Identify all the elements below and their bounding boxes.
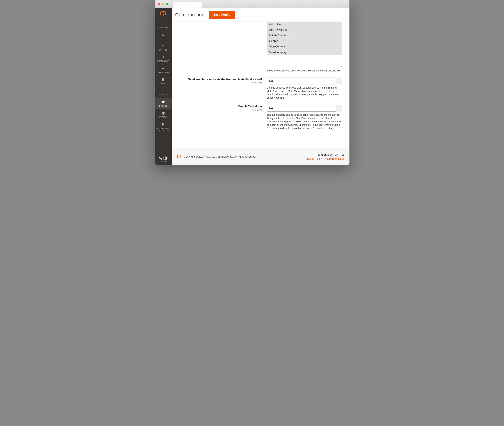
- page-header: Configuration Save Config: [172, 8, 350, 22]
- sidebar-item-marketing[interactable]: MARKETING: [155, 64, 172, 75]
- storefront-icon: [161, 100, 165, 104]
- sidebar-item-label: CATALOG: [159, 49, 167, 51]
- sidebar-item-stores[interactable]: STORES: [155, 98, 172, 109]
- event-option[interactable]: AddToCart: [267, 22, 342, 27]
- footer-copyright: Copyright © 2024 Magento Commerce Inc. A…: [184, 155, 256, 158]
- sidebar-item-label: CUSTOMERS: [157, 60, 169, 62]
- chevron-down-icon: [336, 105, 343, 112]
- sidebar-item-label: FIND PARTNERS & EXTENSIONS: [155, 127, 171, 131]
- send-via-pixel-help: Set this option to Yes if you want to se…: [267, 86, 343, 99]
- sidebar-brand-footer: welt PIXEL: [155, 154, 172, 165]
- box-icon: [161, 44, 165, 48]
- sidebar-item-label: SYSTEM: [159, 116, 167, 118]
- sidebar-item-system[interactable]: SYSTEM: [155, 109, 172, 120]
- event-option[interactable]: ViewContent: [267, 44, 342, 50]
- chevron-down-icon: [336, 78, 343, 85]
- person-icon: [161, 55, 165, 59]
- sidebar-item-label: STORES: [159, 105, 167, 107]
- weltpixel-logo-line2: PIXEL: [159, 161, 167, 162]
- footer-separator: |: [323, 157, 324, 160]
- send-via-pixel-label: Send enabled events via the frontend Met…: [176, 78, 265, 99]
- sidebar-item-dashboard[interactable]: DASHBOARD: [155, 19, 172, 31]
- event-option[interactable]: ViewCategory: [267, 50, 342, 55]
- bar-chart-icon: [161, 89, 165, 93]
- sidebar-item-label: SALES: [160, 38, 166, 40]
- sidebar-items: DASHBOARD SALES CATALOG: [155, 19, 172, 133]
- window-minimize-icon[interactable]: [162, 3, 164, 5]
- select-value: No: [267, 105, 343, 112]
- sidebar-item-label: MARKETING: [157, 71, 169, 73]
- sidebar-item-customers[interactable]: CUSTOMERS: [155, 53, 172, 64]
- enable-test-mode-help: This functionality can be used to send t…: [267, 113, 343, 130]
- events-multiselect-note: Select the events you wish to send to Me…: [267, 69, 343, 72]
- app-window: DASHBOARD SALES CATALOG: [155, 0, 350, 165]
- event-option[interactable]: InitiateCheckout: [267, 33, 342, 38]
- enable-test-mode-select[interactable]: No: [267, 105, 343, 112]
- enable-test-mode-label: Enable Test Mode [store view]: [176, 105, 265, 130]
- window-titlebar: [155, 0, 350, 8]
- sidebar-item-sales[interactable]: SALES: [155, 31, 172, 42]
- event-option[interactable]: AddToWishlist: [267, 27, 342, 33]
- sidebar-item-label: DASHBOARD: [157, 27, 169, 28]
- resize-handle-icon[interactable]: [340, 65, 342, 67]
- weltpixel-logo-line1: welt: [159, 155, 167, 161]
- magento-hex-icon: [160, 10, 167, 17]
- select-value: No: [267, 78, 343, 85]
- gear-icon: [161, 111, 165, 115]
- window-zoom-icon[interactable]: [166, 3, 168, 5]
- sidebar-item-partners[interactable]: FIND PARTNERS & EXTENSIONS: [155, 120, 172, 133]
- sidebar-item-content[interactable]: CONTENT: [155, 75, 172, 86]
- sidebar-item-label: CONTENT: [159, 83, 168, 85]
- dollar-icon: [161, 33, 165, 37]
- magento-logo[interactable]: [155, 8, 172, 19]
- field-scope: [store view]: [176, 109, 262, 111]
- sidebar-item-label: REPORTS: [159, 94, 168, 96]
- weltpixel-logo: welt PIXEL: [159, 156, 167, 162]
- send-via-pixel-select[interactable]: No: [267, 78, 343, 85]
- footer-version: Magento ver. 2.4.7-p3: [305, 153, 344, 157]
- admin-sidebar: DASHBOARD SALES CATALOG: [155, 8, 172, 165]
- admin-footer: Copyright © 2024 Magento Commerce Inc. A…: [172, 149, 350, 165]
- footer-version-prefix: ver.: [329, 153, 335, 156]
- layout-icon: [161, 78, 165, 81]
- puzzle-icon: [161, 122, 165, 126]
- page-title: Configuration: [175, 12, 204, 18]
- footer-version-number: 2.4.7-p3: [335, 153, 344, 156]
- field-scope: [store view]: [176, 81, 262, 84]
- conversions-api-events-multiselect[interactable]: AddToCart AddToWishlist InitiateCheckout…: [267, 22, 343, 67]
- footer-report-issue-link[interactable]: Report an Issue: [326, 157, 344, 160]
- save-config-button[interactable]: Save Config: [209, 11, 235, 19]
- magento-logo-small-icon: [176, 154, 181, 159]
- field-label-text: Send enabled events via the frontend Met…: [188, 78, 262, 81]
- window-close-icon[interactable]: [158, 3, 160, 5]
- field-label-text: Enable Test Mode: [238, 105, 262, 108]
- event-option[interactable]: Search: [267, 38, 342, 44]
- sidebar-item-catalog[interactable]: CATALOG: [155, 42, 172, 53]
- sidebar-item-reports[interactable]: REPORTS: [155, 87, 172, 98]
- gauge-icon: [161, 22, 165, 26]
- footer-privacy-link[interactable]: Privacy Policy: [305, 157, 322, 160]
- megaphone-icon: [161, 66, 165, 70]
- browser-tab[interactable]: [173, 2, 202, 8]
- footer-product-name: Magento: [318, 153, 329, 156]
- window-controls: [158, 3, 168, 5]
